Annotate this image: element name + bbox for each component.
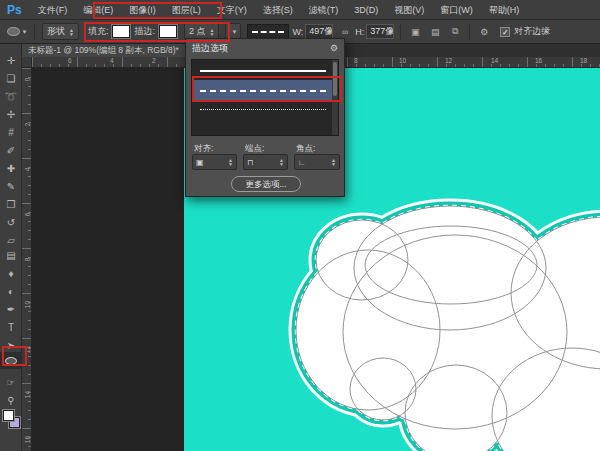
stroke-type-preview[interactable] [247, 24, 289, 39]
ruler-number: 2 [24, 120, 31, 130]
stroke-caps-icon: ⊓ [247, 158, 253, 167]
scrollbar[interactable] [332, 60, 338, 135]
more-options-button[interactable]: 更多选项... [231, 176, 301, 192]
updown-arrows-icon: ▲▼ [228, 158, 233, 166]
path-arrange-button[interactable]: ⧉ [447, 24, 463, 40]
tool-crop[interactable]: # [0, 124, 22, 141]
tool-zoom[interactable]: ⚲ [0, 392, 22, 409]
stroke-color-swatch[interactable] [159, 25, 177, 38]
menu-3d[interactable]: 3D(D) [346, 0, 386, 20]
divider [400, 24, 401, 40]
eyedropper-icon: ✐ [7, 145, 15, 156]
stroke-style-dotted[interactable] [193, 103, 333, 115]
tool-marquee[interactable]: ❏ [0, 70, 22, 87]
corners-select[interactable]: ∟ ▲▼ [294, 154, 340, 170]
stroke-corners-icon: ∟ [298, 158, 306, 167]
tool-pen[interactable]: ✒ [0, 301, 22, 318]
ruler-number: 12 [24, 345, 31, 355]
photoshop-window: Ps 文件(F) 编辑(E) 图像(I) 图层(L) 文字(Y) 选择(S) 滤… [0, 0, 600, 451]
ruler-number: 16 [535, 57, 542, 64]
ruler-number: 10 [24, 300, 31, 310]
tool-mode-select[interactable]: 形状 ▲▼ [42, 23, 79, 40]
menu-file[interactable]: 文件(F) [30, 0, 76, 20]
scrollbar-thumb[interactable] [333, 62, 337, 96]
tools-panel: ✛❏➰✢#✐✚✎❐↺▱▤♦◐✒T➤☞⚲ [0, 44, 22, 451]
width-label: W: [292, 27, 303, 37]
combine-shapes-button[interactable]: ▣ [407, 24, 423, 40]
tool-dodge[interactable]: ◐ [0, 283, 22, 300]
tool-mode-label: 形状 [47, 25, 65, 38]
ruler-origin-corner[interactable] [22, 57, 32, 68]
tool-healing-brush[interactable]: ✚ [0, 160, 22, 177]
ruler-number: 8 [24, 255, 31, 265]
shape-width-field[interactable]: 497像 [305, 24, 333, 39]
align-select[interactable]: ▣ ▲▼ [192, 154, 237, 170]
menu-edit[interactable]: 编辑(E) [75, 0, 121, 20]
menu-bar: Ps 文件(F) 编辑(E) 图像(I) 图层(L) 文字(Y) 选择(S) 滤… [0, 0, 600, 20]
align-edges-label: 对齐边缘 [514, 25, 550, 38]
tool-history-brush[interactable]: ↺ [0, 214, 22, 231]
tool-hand[interactable]: ☞ [0, 374, 22, 391]
ruler-number: 8 [354, 57, 358, 64]
chevron-down-icon: ▼ [22, 29, 28, 35]
tool-quick-selection[interactable]: ✢ [0, 106, 22, 123]
stroke-width-value: 2 点 [189, 25, 206, 38]
menu-filter[interactable]: 滤镜(T) [301, 0, 347, 20]
tool-type[interactable]: T [0, 319, 22, 336]
ruler-number: 2 [152, 57, 156, 64]
stroke-style-list [191, 59, 339, 136]
gear-icon[interactable]: ⚙ [330, 43, 338, 53]
blur-icon: ♦ [8, 268, 13, 279]
dashed-line-icon [200, 90, 326, 92]
divider [34, 24, 35, 40]
menu-type[interactable]: 文字(Y) [209, 0, 255, 20]
ruler-number: 0 [24, 75, 31, 85]
menu-help[interactable]: 帮助(H) [481, 0, 528, 20]
tool-brush[interactable]: ✎ [0, 178, 22, 195]
dodge-icon: ◐ [8, 286, 14, 297]
tool-preset-picker[interactable]: ▼ [4, 23, 30, 41]
tool-eyedropper[interactable]: ✐ [0, 142, 22, 159]
color-swatches [0, 408, 22, 434]
chevron-down-icon: ▼ [231, 29, 237, 35]
caps-select[interactable]: ⊓ ▲▼ [243, 154, 288, 170]
menu-layer[interactable]: 图层(L) [164, 0, 209, 20]
tool-clone-stamp[interactable]: ❐ [0, 196, 22, 213]
gear-icon[interactable]: ⚙ [476, 24, 492, 40]
quick-selection-icon: ✢ [7, 109, 15, 120]
align-edges-checkbox[interactable]: ✓ [500, 27, 510, 37]
clone-stamp-icon: ❐ [7, 199, 16, 210]
ruler-number: 14 [24, 390, 31, 400]
ps-logo: Ps [0, 3, 30, 17]
document-tab[interactable]: 未标题-1 @ 109%(编组 8 副本, RGB/8)* [22, 44, 185, 57]
tool-lasso[interactable]: ➰ [0, 88, 22, 105]
menu-image[interactable]: 图像(I) [121, 0, 164, 20]
tool-blur[interactable]: ♦ [0, 265, 22, 282]
menu-view[interactable]: 视图(V) [386, 0, 432, 20]
menu-select[interactable]: 选择(S) [255, 0, 301, 20]
eraser-icon: ▱ [7, 235, 15, 246]
vertical-ruler[interactable]: 0246810121416 [22, 68, 32, 451]
ruler-number: 4 [24, 165, 31, 175]
dashed-line-icon [252, 31, 284, 33]
path-align-button[interactable]: ▤ [427, 24, 443, 40]
updown-arrows-icon: ▲▼ [331, 158, 336, 166]
ellipse-tool-icon [5, 357, 17, 365]
tool-ellipse[interactable] [0, 352, 22, 369]
foreground-color-swatch[interactable] [3, 410, 14, 421]
shape-height-field[interactable]: 377像 [366, 24, 394, 39]
healing-brush-icon: ✚ [7, 163, 15, 174]
fill-color-swatch[interactable] [112, 25, 130, 38]
ruler-number: 18 [580, 57, 587, 64]
stroke-style-dashed-selected[interactable] [193, 80, 333, 102]
stroke-style-solid[interactable] [193, 62, 333, 79]
stroke-options-title: 描边选项 [192, 42, 228, 55]
ruler-number: 10 [399, 57, 406, 64]
brush-icon: ✎ [7, 181, 15, 192]
stroke-options-panel: 描边选项 ⚙ 对齐: 端点: 角点: ▣ ▲▼ ⊓ ▲▼ [185, 38, 345, 197]
tool-move[interactable]: ✛ [0, 52, 22, 69]
tool-gradient[interactable]: ▤ [0, 247, 22, 264]
menu-window[interactable]: 窗口(W) [432, 0, 481, 20]
divider [469, 24, 470, 40]
height-label: H: [355, 27, 364, 37]
